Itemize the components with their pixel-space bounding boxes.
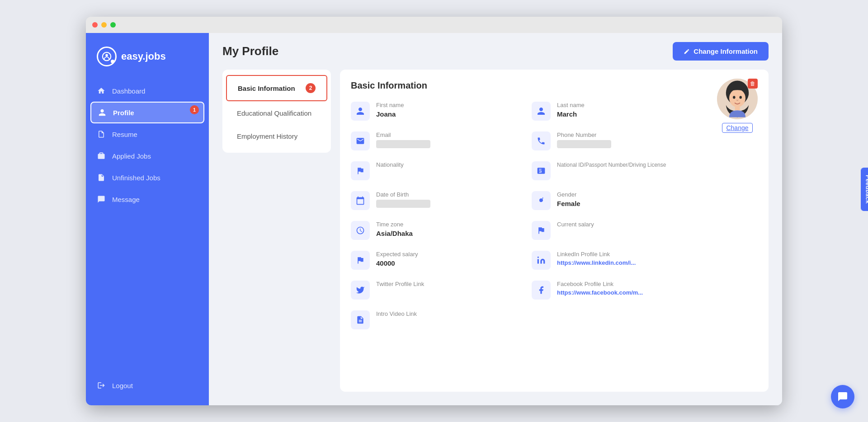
national-id-label: National ID/Passport Number/Driving Lice… xyxy=(557,161,699,169)
sidebar-item-applied-jobs[interactable]: Applied Jobs xyxy=(86,145,209,167)
dashboard-label: Dashboard xyxy=(112,87,145,95)
flag-icon-1 xyxy=(351,161,370,180)
logout-icon xyxy=(97,381,106,390)
facebook-icon xyxy=(532,281,551,300)
linkedin-text: LinkedIn Profile Link https://www.linked… xyxy=(557,251,699,266)
timezone-value: Asia/Dhaka xyxy=(376,230,518,237)
calendar-icon xyxy=(351,191,370,210)
person-icon-2 xyxy=(532,102,551,121)
titlebar xyxy=(86,17,782,33)
info-card-current-salary: Current salary xyxy=(532,221,699,240)
right-panel: Basic Information xyxy=(340,70,769,392)
info-card-last-name: Last name March xyxy=(532,102,699,121)
chat-button[interactable] xyxy=(831,385,854,408)
info-card-timezone: Time zone Asia/Dhaka xyxy=(351,221,518,240)
sidebar-item-unfinished-jobs[interactable]: Unfinished Jobs xyxy=(86,167,209,188)
expected-salary-value: 40000 xyxy=(376,259,518,267)
first-name-value: Joana xyxy=(376,110,518,118)
svg-point-6 xyxy=(740,96,742,98)
sidebar-item-profile[interactable]: Profile 1 xyxy=(90,102,204,123)
emp-history-label: Employment History xyxy=(237,132,297,140)
twitter-icon xyxy=(351,281,370,300)
logo-icon xyxy=(97,47,117,66)
unfinished-jobs-label: Unfinished Jobs xyxy=(112,174,160,182)
gender-icon xyxy=(532,191,551,210)
profile-badge: 1 xyxy=(190,105,199,114)
timezone-text: Time zone Asia/Dhaka xyxy=(376,221,518,237)
video-icon xyxy=(351,310,370,329)
logo: easy.jobs xyxy=(86,42,209,80)
resume-label: Resume xyxy=(112,131,137,138)
gender-label: Gender xyxy=(557,191,699,198)
phone-value xyxy=(557,140,611,148)
dob-text: Date of Birth xyxy=(376,191,518,208)
sidebar-item-message[interactable]: Message xyxy=(86,188,209,210)
app-window: easy.jobs Dashboard Profile 1 xyxy=(86,17,782,405)
svg-point-1 xyxy=(105,54,108,57)
info-card-intro-video: Intro Video Link xyxy=(351,310,518,329)
edit-icon xyxy=(684,48,690,55)
logout-label: Logout xyxy=(112,382,133,389)
dob-value xyxy=(376,200,430,208)
profile-icon xyxy=(98,108,107,117)
svg-point-5 xyxy=(733,96,735,98)
app-body: easy.jobs Dashboard Profile 1 xyxy=(86,33,782,405)
last-name-value: March xyxy=(557,110,699,118)
national-id-text: National ID/Passport Number/Driving Lice… xyxy=(557,161,699,171)
top-bar: My Profile Change Information xyxy=(209,33,782,70)
email-text: Email xyxy=(376,131,518,148)
twitter-text: Twitter Profile Link xyxy=(376,281,518,289)
flag-icon-3 xyxy=(351,251,370,270)
facebook-text: Facebook Profile Link https://www.facebo… xyxy=(557,281,699,296)
chat-icon xyxy=(837,391,848,402)
left-panel: Basic Information 2 Educational Qualific… xyxy=(222,70,331,153)
clock-icon xyxy=(351,221,370,240)
main-content: My Profile Change Information Basic Info… xyxy=(209,33,782,405)
info-card-facebook: Facebook Profile Link https://www.facebo… xyxy=(532,281,699,300)
sidebar: easy.jobs Dashboard Profile 1 xyxy=(86,33,209,405)
unfinished-icon xyxy=(97,173,106,182)
last-name-label: Last name xyxy=(557,102,699,108)
logo-text: easy.jobs xyxy=(121,51,166,62)
sidebar-item-dashboard[interactable]: Dashboard xyxy=(86,80,209,102)
expected-salary-label: Expected salary xyxy=(376,251,518,258)
id-card-icon xyxy=(532,161,551,180)
edu-qual-label: Educational Qualification xyxy=(237,109,311,117)
twitter-label: Twitter Profile Link xyxy=(376,281,518,287)
email-value xyxy=(376,140,430,148)
email-label: Email xyxy=(376,131,518,138)
first-name-label: First name xyxy=(376,102,518,108)
message-icon xyxy=(97,195,106,204)
current-salary-text: Current salary xyxy=(557,221,699,230)
info-card-national-id: National ID/Passport Number/Driving Lice… xyxy=(532,161,699,180)
menu-item-emp-history[interactable]: Employment History xyxy=(226,125,327,147)
sidebar-item-resume[interactable]: Resume xyxy=(86,123,209,145)
last-name-text: Last name March xyxy=(557,102,699,118)
info-card-gender: Gender Female xyxy=(532,191,699,210)
info-card-nationality: Nationality xyxy=(351,161,518,180)
intro-video-label: Intro Video Link xyxy=(376,310,518,317)
menu-item-basic-info[interactable]: Basic Information 2 xyxy=(226,75,327,101)
change-information-button[interactable]: Change Information xyxy=(673,42,769,61)
page-title: My Profile xyxy=(222,44,278,58)
info-card-email: Email xyxy=(351,131,518,150)
flag-icon-2 xyxy=(532,221,551,240)
minimize-btn[interactable] xyxy=(101,22,107,28)
phone-text: Phone Number xyxy=(557,131,699,148)
avatar-delete-button[interactable]: 🗑 xyxy=(748,79,758,89)
expected-salary-text: Expected salary 40000 xyxy=(376,251,518,267)
linkedin-icon xyxy=(532,251,551,270)
nationality-text: Nationality xyxy=(376,161,518,170)
linkedin-value: https://www.linkedin.com/i... xyxy=(557,259,699,266)
info-card-phone: Phone Number xyxy=(532,131,699,150)
sidebar-item-logout[interactable]: Logout xyxy=(86,375,209,396)
basic-info-label: Basic Information xyxy=(238,84,295,92)
close-btn[interactable] xyxy=(92,22,98,28)
content-area: Basic Information 2 Educational Qualific… xyxy=(209,70,782,405)
change-photo-link[interactable]: Change xyxy=(722,123,752,133)
menu-item-edu-qual[interactable]: Educational Qualification xyxy=(226,102,327,124)
feedback-tab[interactable]: Feedback xyxy=(861,168,868,211)
nationality-label: Nationality xyxy=(376,161,518,168)
intro-video-text: Intro Video Link xyxy=(376,310,518,319)
maximize-btn[interactable] xyxy=(110,22,116,28)
